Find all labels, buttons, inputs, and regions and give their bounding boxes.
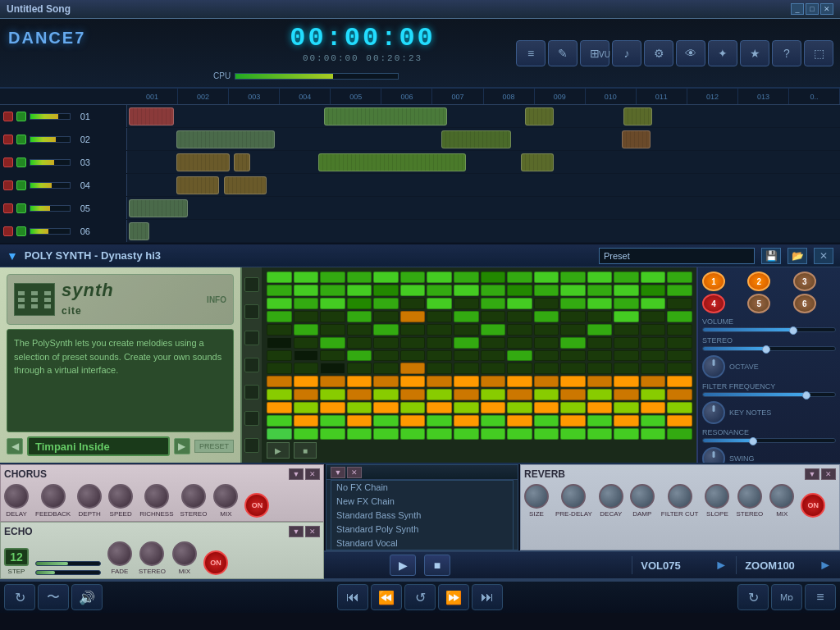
grid-cell[interactable] — [347, 298, 372, 309]
clip[interactable] — [623, 107, 652, 126]
grid-cell[interactable] — [320, 311, 345, 322]
grid-cell[interactable] — [507, 311, 532, 322]
grid-cell[interactable] — [427, 298, 452, 309]
grid-cell[interactable] — [320, 337, 345, 349]
grid-cell[interactable] — [481, 428, 506, 440]
grid-cell[interactable] — [320, 285, 345, 296]
clip[interactable] — [622, 130, 651, 148]
toolbar-btn-9[interactable]: ? — [772, 40, 801, 66]
grid-side-btn-7[interactable] — [244, 438, 259, 453]
grid-cell[interactable] — [641, 376, 666, 387]
grid-cell[interactable] — [454, 298, 479, 309]
bottom-btn-speaker[interactable]: 🔊 — [71, 584, 103, 610]
track-mute-2[interactable] — [3, 135, 13, 144]
filter-slider[interactable] — [702, 392, 836, 397]
grid-side-btn-1[interactable] — [244, 277, 259, 292]
grid-cell[interactable] — [267, 337, 292, 349]
chorus-delay-knob[interactable] — [4, 484, 29, 509]
grid-cell[interactable] — [614, 272, 639, 283]
chorus-speed-knob[interactable] — [108, 484, 133, 509]
grid-cell[interactable] — [320, 415, 345, 427]
fx-item-bass[interactable]: Standard Bass Synth — [331, 509, 513, 523]
reverb-damp-knob[interactable] — [630, 484, 655, 509]
grid-cell[interactable] — [427, 285, 452, 296]
grid-cell[interactable] — [560, 402, 586, 413]
grid-cell[interactable] — [481, 389, 506, 400]
grid-cell[interactable] — [294, 285, 319, 296]
grid-cell[interactable] — [400, 428, 426, 440]
reverb-size-knob[interactable] — [524, 484, 549, 509]
grid-stop-btn[interactable]: ■ — [294, 442, 317, 459]
grid-cell[interactable] — [507, 350, 532, 362]
grid-cell[interactable] — [427, 272, 452, 283]
grid-cell[interactable] — [427, 389, 452, 400]
grid-cell[interactable] — [534, 298, 559, 309]
grid-cell[interactable] — [373, 285, 399, 296]
bottom-btn-loop[interactable]: ↻ — [4, 584, 35, 610]
grid-cell[interactable] — [507, 389, 532, 400]
grid-cell[interactable] — [294, 272, 319, 283]
grid-cell[interactable] — [400, 350, 426, 362]
grid-cell[interactable] — [534, 402, 559, 413]
track-solo-6[interactable] — [16, 226, 26, 236]
fx-item-poly[interactable]: Standard Poly Synth — [331, 523, 513, 536]
grid-cell[interactable] — [641, 324, 666, 336]
toolbar-btn-10[interactable]: ⬚ — [804, 40, 833, 66]
toolbar-btn-2[interactable]: ✎ — [548, 40, 578, 66]
stop-button[interactable]: ■ — [424, 555, 450, 576]
num-btn-2[interactable]: 2 — [747, 272, 770, 291]
grid-cell[interactable] — [481, 311, 506, 322]
grid-cell[interactable] — [641, 298, 666, 309]
grid-cell[interactable] — [373, 337, 399, 349]
grid-cell[interactable] — [534, 389, 559, 400]
grid-cell[interactable] — [427, 311, 452, 322]
grid-cell[interactable] — [560, 311, 586, 322]
grid-cell[interactable] — [400, 389, 426, 400]
track-mute-5[interactable] — [3, 203, 13, 213]
grid-cell[interactable] — [373, 363, 399, 374]
bottom-btn-wave[interactable]: 〜 — [38, 584, 69, 610]
grid-cell[interactable] — [667, 311, 692, 322]
reverb-mix-knob[interactable] — [769, 484, 794, 509]
grid-cell[interactable] — [347, 428, 372, 440]
grid-cell[interactable] — [400, 376, 426, 387]
grid-cell[interactable] — [267, 285, 292, 296]
reverb-filtercut-knob[interactable] — [668, 484, 692, 509]
grid-cell[interactable] — [454, 389, 479, 400]
grid-cell[interactable] — [667, 272, 692, 283]
grid-cell[interactable] — [373, 298, 399, 309]
echo-ctrl-1[interactable]: ▼ — [289, 526, 304, 537]
grid-cell[interactable] — [347, 337, 372, 349]
grid-cell[interactable] — [481, 350, 506, 362]
preset-prev-button[interactable]: ◀ — [7, 438, 23, 454]
preset-button[interactable]: PRESET — [194, 440, 234, 453]
track-clips-6[interactable] — [127, 220, 840, 242]
grid-cell[interactable] — [320, 402, 345, 413]
grid-cell[interactable] — [294, 324, 319, 336]
chorus-richness-knob[interactable] — [144, 484, 169, 509]
grid-cell[interactable] — [481, 376, 506, 387]
grid-play-btn[interactable]: ▶ — [267, 442, 290, 459]
grid-cell[interactable] — [400, 298, 426, 309]
chorus-ctrl-1[interactable]: ▼ — [289, 468, 304, 480]
bottom-btn-r1[interactable]: ↻ — [737, 584, 769, 610]
grid-cell[interactable] — [641, 272, 666, 283]
clip[interactable] — [176, 153, 230, 171]
close-button[interactable]: ✕ — [820, 3, 833, 15]
grid-cell[interactable] — [587, 350, 613, 362]
grid-cell[interactable] — [641, 428, 666, 440]
grid-cell[interactable] — [667, 285, 692, 296]
grid-cell[interactable] — [587, 389, 613, 400]
grid-cell[interactable] — [427, 324, 452, 336]
grid-cell[interactable] — [454, 337, 479, 349]
resonance-slider[interactable] — [702, 438, 836, 443]
grid-cell[interactable] — [454, 350, 479, 362]
grid-cell[interactable] — [641, 350, 666, 362]
grid-cell[interactable] — [294, 415, 319, 427]
grid-cell[interactable] — [667, 363, 692, 374]
num-btn-4[interactable]: 4 — [702, 294, 725, 313]
grid-cell[interactable] — [454, 428, 479, 440]
grid-cell[interactable] — [667, 415, 692, 427]
grid-cell[interactable] — [267, 350, 292, 362]
grid-cell[interactable] — [534, 363, 559, 374]
